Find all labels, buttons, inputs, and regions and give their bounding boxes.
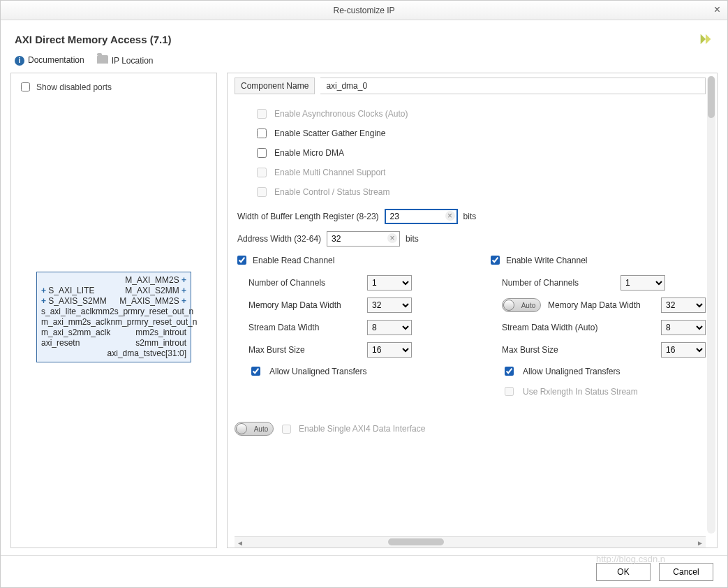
address-width-row: Address Width (32-64) × bits: [237, 231, 706, 247]
single-axi4-checkbox: [282, 425, 291, 434]
clear-icon[interactable]: ×: [387, 233, 397, 243]
component-name-value[interactable]: axi_dma_0: [320, 78, 706, 94]
bits-label: bits: [463, 212, 477, 221]
ctrl-status-row: Enable Control / Status Stream: [254, 185, 706, 199]
enable-read-channel-checkbox[interactable]: [237, 256, 246, 265]
rxlength-checkbox: [505, 387, 514, 396]
close-icon[interactable]: ×: [714, 3, 720, 16]
read-num-channels-select[interactable]: 1: [367, 275, 412, 291]
block-port-row: m_axi_s2mm_aclkmm2s_introut: [41, 328, 186, 338]
ip-title: AXI Direct Memory Access (7.1): [15, 34, 172, 45]
micro-dma-row[interactable]: Enable Micro DMA: [254, 146, 706, 160]
header: AXI Direct Memory Access (7.1): [1, 20, 727, 54]
multi-channel-row: Enable Multi Channel Support: [254, 166, 706, 179]
multi-channel-checkbox: [257, 168, 267, 177]
read-mm-width-row: Memory Map Data Width 32: [248, 297, 425, 313]
vivado-logo-icon: [698, 31, 713, 47]
right-scroll-area: Component Name axi_dma_0 Enable Asynchro…: [228, 73, 717, 536]
buffer-length-row: Width of Buffer Length Register (8-23) ×…: [237, 209, 706, 224]
ctrl-status-checkbox: [257, 187, 267, 197]
block-port-row: + S_AXI_LITEM_AXI_S2MM +: [41, 286, 186, 296]
read-unaligned-checkbox[interactable]: [251, 367, 260, 376]
scatter-gather-checkbox[interactable]: [257, 128, 267, 138]
scroll-right-icon[interactable]: ►: [697, 539, 704, 547]
write-channel-group: Enable Write Channel Number of Channels …: [488, 253, 706, 405]
titlebar: Re-customize IP ×: [1, 1, 727, 20]
write-mm-width-select[interactable]: 32: [661, 297, 706, 313]
block-port-row: s_axi_lite_aclkmm2s_prmry_reset_out_n: [41, 307, 186, 317]
footer: http://blog.csdn.n OK Cancel: [1, 555, 727, 587]
vertical-scrollbar[interactable]: [707, 76, 715, 534]
single-axi4-row: Auto Enable Single AXI4 Data Interface: [235, 422, 706, 436]
read-burst-select[interactable]: 16: [367, 342, 412, 358]
write-num-channels-select[interactable]: 1: [621, 275, 665, 291]
dialog: Re-customize IP × AXI Direct Memory Acce…: [0, 0, 728, 588]
ok-button[interactable]: OK: [596, 563, 651, 581]
block-port-row: m_axi_mm2s_aclknm_prmry_reset_out_n: [41, 317, 186, 328]
write-unaligned-checkbox[interactable]: [505, 367, 514, 376]
cancel-button[interactable]: Cancel: [659, 563, 713, 581]
buffer-length-label: Width of Buffer Length Register (8-23): [237, 212, 379, 221]
write-burst-row: Max Burst Size 16: [502, 342, 706, 358]
read-unaligned-row[interactable]: Allow Unaligned Transfers: [248, 365, 425, 378]
folder-icon: [97, 55, 108, 64]
scatter-gather-row[interactable]: Enable Scatter Gather Engine: [254, 126, 706, 140]
show-disabled-ports[interactable]: Show disabled ports: [18, 80, 209, 94]
ip-location-link[interactable]: IP Location: [97, 55, 154, 66]
left-panel: Show disabled ports M_AXI_MM2S ++ S_AXI_…: [10, 73, 217, 548]
component-name-row: Component Name axi_dma_0: [235, 78, 706, 94]
horizontal-scrollbar[interactable]: ◄ ►: [235, 536, 706, 547]
toggle-knob-icon: [236, 423, 247, 434]
read-num-channels-row: Number of Channels 1: [248, 275, 425, 291]
read-stream-width-select[interactable]: 8: [367, 320, 412, 335]
write-stream-width-row: Stream Data Width (Auto) 8: [502, 320, 706, 335]
toolbar: iDocumentation IP Location: [1, 54, 727, 73]
horizontal-scroll-thumb[interactable]: [388, 538, 444, 545]
write-num-channels-row: Number of Channels 1: [502, 275, 706, 291]
micro-dma-checkbox[interactable]: [257, 148, 267, 158]
block-port-row: axi_resetns2mm_introut: [41, 338, 186, 348]
show-disabled-ports-checkbox[interactable]: [21, 82, 30, 91]
read-mm-width-select[interactable]: 32: [367, 297, 412, 313]
write-mm-width-row: Auto Memory Map Data Width 32: [502, 297, 706, 313]
bits-label: bits: [406, 234, 419, 244]
ip-block-symbol: M_AXI_MM2S ++ S_AXI_LITEM_AXI_S2MM ++ S_…: [36, 272, 191, 362]
async-clocks-checkbox: [257, 109, 267, 119]
documentation-link[interactable]: iDocumentation: [15, 55, 84, 66]
write-channel-title-row[interactable]: Enable Write Channel: [488, 253, 706, 267]
channels-groups: Enable Read Channel Number of Channels 1…: [235, 253, 706, 405]
block-port-row: + S_AXIS_S2MMM_AXIS_MM2S +: [41, 296, 186, 307]
read-stream-width-row: Stream Data Width 8: [248, 320, 425, 335]
toggle-knob-icon: [503, 300, 514, 311]
write-burst-select[interactable]: 16: [661, 342, 706, 358]
read-channel-group: Enable Read Channel Number of Channels 1…: [235, 253, 425, 405]
vertical-scroll-thumb[interactable]: [708, 76, 715, 118]
component-name-label: Component Name: [235, 78, 315, 94]
read-burst-row: Max Burst Size 16: [248, 342, 425, 358]
address-width-label: Address Width (32-64): [237, 234, 321, 244]
write-rxlength-row: Use Rxlength In Status Stream: [502, 385, 706, 398]
info-icon: i: [15, 56, 24, 66]
block-port-row: axi_dma_tstvec[31:0]: [41, 348, 186, 359]
auto-toggle[interactable]: Auto: [502, 298, 541, 312]
right-panel: Component Name axi_dma_0 Enable Asynchro…: [227, 73, 718, 548]
auto-toggle-bottom[interactable]: Auto: [235, 422, 274, 436]
write-unaligned-row[interactable]: Allow Unaligned Transfers: [502, 365, 706, 378]
scroll-left-icon[interactable]: ◄: [237, 539, 244, 547]
options-section: Enable Asynchronous Clocks (Auto) Enable…: [254, 107, 706, 199]
block-port-row: M_AXI_MM2S +: [41, 275, 186, 286]
block-diagram-area: M_AXI_MM2S ++ S_AXI_LITEM_AXI_S2MM ++ S_…: [18, 94, 209, 541]
enable-write-channel-checkbox[interactable]: [491, 256, 500, 265]
clear-icon[interactable]: ×: [445, 211, 455, 221]
write-stream-width-select[interactable]: 8: [661, 320, 706, 335]
content: Show disabled ports M_AXI_MM2S ++ S_AXI_…: [1, 73, 727, 555]
dialog-title: Re-customize IP: [333, 6, 394, 15]
async-clocks-row: Enable Asynchronous Clocks (Auto): [254, 107, 706, 121]
read-channel-title-row[interactable]: Enable Read Channel: [235, 253, 425, 267]
